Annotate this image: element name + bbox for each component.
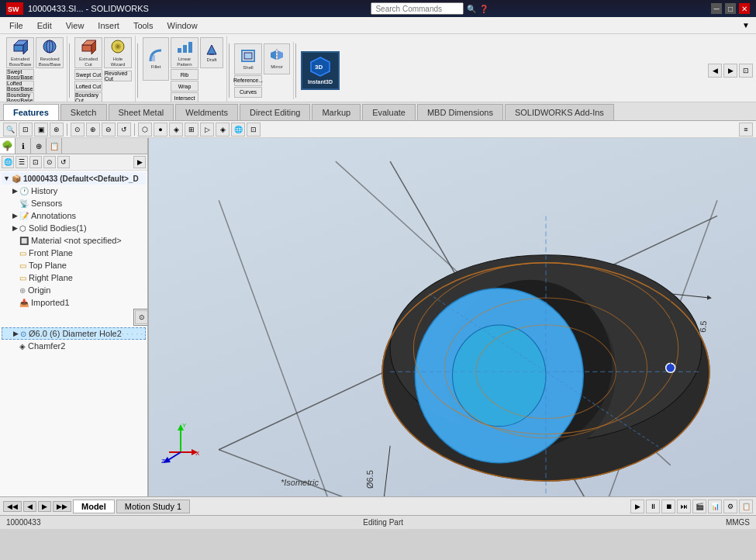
sec-btn-2[interactable]: ▣: [34, 123, 48, 137]
hole-wizard-button[interactable]: HoleWizard: [104, 37, 132, 68]
viewport[interactable]: 6.5 Ø6.5 *Isometric Y X: [149, 138, 756, 496]
play-btn[interactable]: ▶: [630, 500, 644, 513]
bottom-tab-motion-study[interactable]: Motion Study 1: [116, 500, 190, 513]
tree-item-root[interactable]: ▼ 📦 10000433 (Default<<Default>_D: [2, 172, 146, 185]
tree-btn-4[interactable]: ↺: [57, 156, 70, 168]
sec-btn-end[interactable]: ≡: [739, 123, 753, 137]
stop-btn[interactable]: ⏹: [661, 500, 675, 513]
linear-pattern-button[interactable]: LinearPattern: [171, 37, 198, 68]
expand-history[interactable]: ▶: [12, 187, 18, 195]
extruded-boss-button[interactable]: Extruded Boss/Base: [6, 37, 34, 68]
swept-cut-button[interactable]: Swept Cut: [74, 69, 102, 80]
fillet-button[interactable]: Fillet: [143, 37, 169, 81]
expand-root[interactable]: ▼: [3, 175, 10, 182]
tree-expand-btn[interactable]: ▶: [133, 156, 146, 168]
sec-btn-9[interactable]: ●: [154, 123, 167, 137]
minimize-button[interactable]: ─: [711, 3, 722, 14]
restore-button[interactable]: □: [725, 3, 736, 14]
sec-btn-15[interactable]: ⊡: [247, 123, 261, 137]
ctx-btn-0[interactable]: ⊙: [135, 310, 147, 324]
intersect-button[interactable]: Intersect: [171, 92, 198, 102]
tree-btn-3[interactable]: ⊙: [43, 156, 56, 168]
extruded-cut-button[interactable]: ExtrudedCut: [74, 37, 102, 68]
sec-btn-8[interactable]: ⬡: [138, 123, 152, 137]
sec-btn-11[interactable]: ⊞: [185, 123, 198, 137]
mirror-button[interactable]: Mirror: [264, 43, 290, 74]
tab-features[interactable]: Features: [3, 104, 59, 120]
panel-tab-config[interactable]: ⊕: [31, 138, 47, 154]
tab-sketch[interactable]: Sketch: [60, 104, 107, 120]
sec-btn-5[interactable]: ⊕: [86, 123, 100, 137]
instant3d-button[interactable]: 3D Instant3D: [301, 51, 340, 90]
tab-evaluate[interactable]: Evaluate: [362, 104, 416, 120]
panel-tab-property[interactable]: ℹ: [16, 138, 31, 154]
curves-button[interactable]: Curves: [234, 87, 262, 98]
toggle-panel-left[interactable]: ◀: [708, 64, 722, 78]
tree-btn-1[interactable]: ☰: [16, 156, 28, 168]
sec-btn-12[interactable]: ▷: [200, 123, 214, 137]
tree-item-top-plane[interactable]: ▶ ▭ Top Plane: [2, 259, 146, 271]
tree-item-solid-bodies[interactable]: ▶ ⬡ Solid Bodies(1): [2, 222, 146, 234]
expand-hole[interactable]: ▶: [13, 330, 19, 337]
shell-button[interactable]: Shell: [234, 43, 262, 74]
lofted-cut-button[interactable]: Lofted Cut: [74, 81, 102, 92]
menu-insert[interactable]: Insert: [91, 19, 126, 32]
expand-annotations[interactable]: ▶: [12, 212, 18, 220]
tree-item-front-plane[interactable]: ▶ ▭ Front Plane: [2, 247, 146, 259]
tree-item-annotations[interactable]: ▶ 📝 Annotations: [2, 209, 146, 222]
sec-btn-10[interactable]: ◈: [169, 123, 183, 137]
menu-view[interactable]: View: [60, 19, 91, 32]
tree-btn-0[interactable]: 🌐: [2, 156, 14, 168]
bottom-tab-next[interactable]: ▶: [38, 501, 51, 512]
boundary-boss-button[interactable]: Boundary Boss/Base: [6, 92, 34, 102]
sec-btn-13[interactable]: ◈: [216, 123, 230, 137]
chart-btn[interactable]: 📊: [708, 500, 722, 513]
rib-button[interactable]: Rib: [171, 69, 198, 80]
tree-item-origin[interactable]: ▶ ⊕ Origin: [2, 284, 146, 296]
tree-item-history[interactable]: ▶ 🕐 History: [2, 185, 146, 197]
menu-file[interactable]: File: [3, 19, 29, 32]
tab-markup[interactable]: Markup: [312, 104, 361, 120]
bottom-tab-forward[interactable]: ▶▶: [53, 501, 71, 512]
tree-item-imported[interactable]: ▶ 📥 Imported1: [2, 296, 146, 309]
toggle-panel-right[interactable]: ▶: [723, 64, 737, 78]
settings-btn[interactable]: ⚙: [723, 500, 737, 513]
wrap-button[interactable]: Wrap: [171, 81, 198, 92]
tab-direct-editing[interactable]: Direct Editing: [240, 104, 310, 120]
revolved-boss-button[interactable]: RevolvedBoss/Base: [36, 37, 64, 68]
bottom-tab-prev[interactable]: ◀: [23, 501, 36, 512]
tree-item-material[interactable]: ▶ 🔲 Material <not specified>: [2, 234, 146, 247]
camera-btn[interactable]: 🎬: [692, 500, 706, 513]
tab-weldments[interactable]: Weldments: [175, 104, 238, 120]
record-btn[interactable]: ⏭: [677, 500, 691, 513]
pause-btn[interactable]: ⏸: [646, 500, 660, 513]
panel-tab-tree[interactable]: 🌳: [0, 138, 16, 154]
draft-button[interactable]: Draft: [200, 37, 223, 68]
sec-btn-3[interactable]: ⊛: [50, 123, 64, 137]
toggle-panel-float[interactable]: ⊡: [739, 64, 753, 78]
sec-btn-6[interactable]: ⊖: [102, 123, 116, 137]
tree-item-right-plane[interactable]: ▶ ▭ Right Plane: [2, 271, 146, 284]
tab-mbd-dimensions[interactable]: MBD Dimensions: [417, 104, 503, 120]
tree-item-hole[interactable]: ▶ ⊙ Ø6.0 (6) Diameter Hole2 · · · · ·: [2, 327, 146, 340]
menu-edit[interactable]: Edit: [31, 19, 58, 32]
reference-button[interactable]: Reference...: [234, 75, 262, 86]
tab-sheet-metal[interactable]: Sheet Metal: [109, 104, 174, 120]
tab-solidworks-addins[interactable]: SOLIDWORKS Add-Ins: [505, 104, 614, 120]
tree-item-sensors[interactable]: ▶ 📡 Sensors: [2, 197, 146, 209]
search-input[interactable]: [371, 2, 464, 15]
close-button[interactable]: ✕: [739, 3, 750, 14]
swept-boss-button[interactable]: Swept Boss/Base: [6, 69, 34, 80]
bottom-tab-model[interactable]: Model: [73, 500, 115, 513]
panel-tab-dxdata[interactable]: 📋: [47, 138, 62, 154]
notes-btn[interactable]: 📋: [739, 500, 753, 513]
sec-btn-1[interactable]: ⊡: [19, 123, 33, 137]
boundary-cut-button[interactable]: Boundary Cut: [74, 92, 102, 102]
tree-item-chamfer[interactable]: ▶ ◈ Chamfer2: [2, 340, 146, 352]
toolbar-customize[interactable]: ▼: [739, 19, 753, 31]
sec-btn-14[interactable]: 🌐: [231, 123, 245, 137]
menu-tools[interactable]: Tools: [127, 19, 160, 32]
tree-btn-2[interactable]: ⊡: [29, 156, 42, 168]
sec-btn-4[interactable]: ⊙: [71, 123, 85, 137]
menu-window[interactable]: Window: [161, 19, 204, 32]
